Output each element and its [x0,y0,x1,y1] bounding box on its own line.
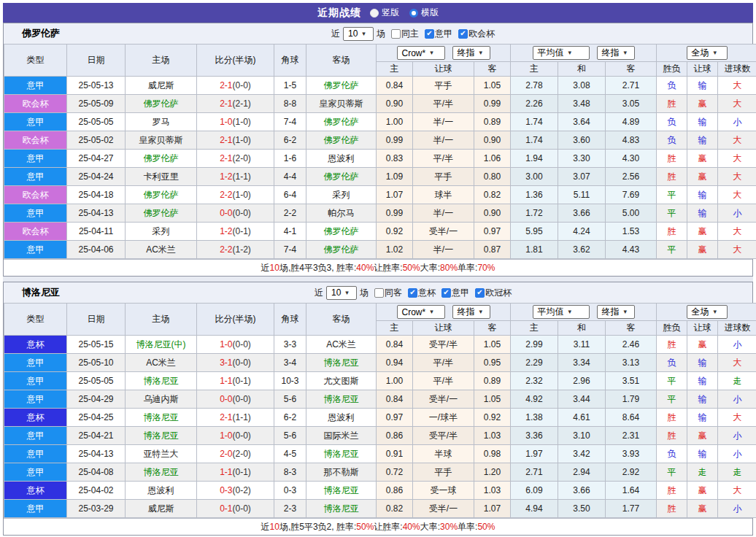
result-goals: 小 [718,500,756,518]
fulltime-score: 2-0 [220,449,232,459]
odds-home: 0.84 [377,390,413,409]
odds-company-select[interactable]: Crow*▾ [397,46,445,60]
avg-type-select[interactable]: 平均值▾ [533,46,590,60]
odds-time-select[interactable]: 终指▾ [452,305,490,319]
filter-checkbox-同主[interactable]: 同主 [391,28,419,40]
result-goals: 大 [718,95,756,113]
match-row: 意甲25-03-29威尼斯0-1(0-0)2-3博洛尼亚0.82受半/一1.07… [4,500,756,518]
odds-handicap: 半/一 [413,204,474,223]
result-goals: 大 [718,131,756,150]
away-team: 佛罗伦萨 [306,241,377,259]
filter-checkbox-意甲[interactable]: ✔意甲 [441,287,469,299]
odds-away: 0.90 [474,204,511,223]
match-count-select[interactable]: 10▾ [326,286,357,300]
odds-home: 0.99 [377,131,413,150]
match-score: 1-0(0-0) [197,427,274,445]
home-team: 佛罗伦萨 [126,150,197,168]
avg-time-select[interactable]: 终指▾ [597,46,635,60]
layout-radio-horizontal[interactable]: 横版 [409,7,439,19]
odds-away: 1.03 [474,427,511,445]
match-score: 2-1(2-1) [197,95,274,113]
halftime-score: (2-1) [233,98,251,109]
match-date: 25-04-02 [67,482,126,500]
match-row: 意甲25-05-13威尼斯2-1(0-0)1-5佛罗伦萨0.84平手1.052.… [4,77,756,95]
filter-checkbox-意甲[interactable]: ✔意甲 [425,28,452,40]
home-team: 博洛尼亚 [126,372,197,390]
column-subheader: 和 [558,321,606,336]
halftime-score: (0-1) [233,467,251,477]
away-team: 国际米兰 [306,427,377,445]
avg-away: 8.64 [606,409,657,427]
corner-score: 5-6 [274,427,306,445]
match-date: 25-04-06 [67,241,126,259]
match-type-badge: 意甲 [4,390,67,409]
home-team: 威尼斯 [126,500,197,518]
result-goals: 小 [718,390,756,409]
odds-time-select[interactable]: 终指▾ [452,46,490,60]
halftime-score: (0-1) [233,376,251,386]
result-handicap: 赢 [687,223,718,241]
avg-home: 2.29 [511,354,558,372]
team-name: 佛罗伦萨 [4,27,60,40]
avg-home: 2.99 [511,336,558,354]
odds-handicap: 平/半 [413,354,474,372]
result-handicap: 输 [687,372,718,390]
odds-handicap: 半/一 [413,241,474,259]
fulltime-score: 2-1 [220,153,232,163]
fulltime-score: 1-0 [220,117,232,127]
match-row: 欧会杯25-05-09佛罗伦萨2-1(2-1)8-8皇家贝蒂斯0.90平/半0.… [4,95,756,113]
chevron-down-icon: ▾ [568,309,572,315]
result-goals: 大 [718,241,756,259]
avg-home: 4.94 [511,500,558,518]
result-goals: 走 [718,372,756,390]
corner-score: 6-2 [274,409,306,427]
home-team: 佛罗伦萨 [126,95,197,113]
column-subheader: 客 [474,321,511,336]
avg-draw: 3.60 [558,131,606,150]
odds-company-select[interactable]: Crow*▾ [397,305,445,319]
chevron-down-icon: ▾ [479,309,483,315]
avg-time-select[interactable]: 终指▾ [597,305,635,319]
avg-home: 4.92 [511,390,558,409]
odds-handicap: 平手 [413,168,474,186]
checkbox-checked-icon: ✔ [458,29,468,39]
result-goals: 小 [718,445,756,463]
odds-away: 1.05 [474,336,511,354]
filter-checkbox-意杯[interactable]: ✔意杯 [408,287,436,299]
period-select[interactable]: 全场▾ [687,46,728,60]
column-header: 客场 [306,304,377,336]
match-date: 25-05-10 [67,354,126,372]
match-type-badge: 意甲 [4,150,67,168]
match-type-badge: 意甲 [4,241,67,259]
avg-type-select[interactable]: 平均值▾ [533,305,590,319]
odds-handicap: 球半 [413,186,474,204]
column-subheader: 和 [558,62,606,77]
result-outcome: 胜 [657,427,687,445]
avg-draw: 3.50 [558,500,606,518]
filter-checkbox-欧会杯[interactable]: ✔欧会杯 [458,28,495,40]
fulltime-score: 0-0 [220,394,232,404]
avg-draw: 2.94 [558,463,606,482]
avg-home: 1.74 [511,131,558,150]
summary-row: 近10场,胜4平3负3, 胜率:40% 让胜率:50% 大率:80% 单率:70… [4,259,752,276]
titlebar: 近期战绩 竖版横版 [3,3,753,23]
corner-score: 2-2 [274,204,306,223]
match-type-badge: 意甲 [4,354,67,372]
match-score: 1-1(0-1) [197,463,274,482]
away-team: 帕尔马 [306,204,377,223]
match-count-select[interactable]: 10▾ [343,27,374,41]
avg-away: 1.79 [606,390,657,409]
games-label: 场 [377,28,385,40]
match-date: 25-04-11 [67,223,126,241]
period-select[interactable]: 全场▾ [687,305,728,319]
corner-score: 3-3 [274,336,306,354]
avg-away: 3.51 [606,372,657,390]
filter-checkbox-欧冠杯[interactable]: ✔欧冠杯 [475,287,512,299]
match-date: 25-04-29 [67,390,126,409]
column-subheader: 进球数 [718,321,756,336]
avg-draw: 3.30 [558,150,606,168]
avg-home: 2.32 [511,372,558,390]
corner-score: 8-8 [274,95,306,113]
layout-radio-vertical[interactable]: 竖版 [370,7,399,19]
filter-checkbox-同客[interactable]: 同客 [374,287,402,299]
